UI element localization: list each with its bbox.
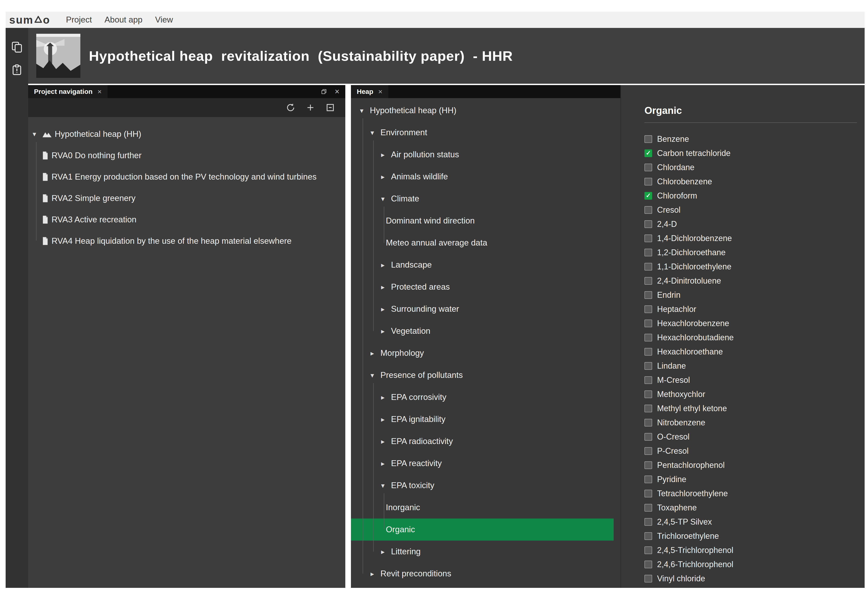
- tab-project-navigation[interactable]: Project navigation ×: [28, 85, 108, 98]
- heap-tree-item[interactable]: ▸EPA ignitability: [351, 408, 620, 430]
- checkbox-unchecked[interactable]: [645, 518, 652, 526]
- checkbox-checked[interactable]: ✓: [645, 192, 652, 200]
- checkbox-unchecked[interactable]: [645, 178, 652, 186]
- chemical-label: Chlordane: [657, 163, 694, 172]
- menu-project[interactable]: Project: [66, 15, 92, 25]
- checkbox-unchecked[interactable]: [645, 362, 652, 370]
- caret-right-icon[interactable]: ▸: [381, 173, 391, 180]
- heap-tree-item[interactable]: ▾Climate: [351, 188, 620, 210]
- caret-right-icon[interactable]: ▸: [371, 570, 381, 577]
- project-navigation-tabbar: Project navigation × ×: [28, 85, 345, 98]
- copy-icon[interactable]: [11, 41, 23, 54]
- checkbox-unchecked[interactable]: [645, 277, 652, 285]
- caret-right-icon[interactable]: ▸: [381, 261, 391, 268]
- heap-tree-item[interactable]: ▾Hypothetical heap (HH): [351, 99, 620, 122]
- heap-tree-item[interactable]: ▾Environment: [351, 122, 620, 144]
- checkbox-unchecked[interactable]: [645, 135, 652, 143]
- checkbox-unchecked[interactable]: [645, 419, 652, 426]
- checkbox-unchecked[interactable]: [645, 263, 652, 271]
- checkbox-unchecked[interactable]: [645, 433, 652, 441]
- checkbox-unchecked[interactable]: [645, 348, 652, 355]
- heap-tree-item[interactable]: ▸Morphology: [351, 342, 620, 364]
- heap-tree-item[interactable]: Inorganic: [351, 497, 620, 519]
- menu-about-app[interactable]: About app: [105, 15, 143, 25]
- chemical-label: Vinyl chloride: [657, 574, 705, 584]
- chemical-row: Benzene: [645, 132, 865, 146]
- caret-right-icon[interactable]: ▸: [371, 350, 381, 357]
- caret-right-icon[interactable]: ▸: [381, 438, 391, 445]
- heap-tree-item[interactable]: ▸Protected areas: [351, 276, 620, 298]
- checkbox-unchecked[interactable]: [645, 391, 652, 398]
- checkbox-unchecked[interactable]: [645, 575, 652, 582]
- caret-down-icon[interactable]: ▾: [371, 372, 381, 379]
- heap-tree-item[interactable]: ▸Animals wildlife: [351, 166, 620, 188]
- checkbox-unchecked[interactable]: [645, 504, 652, 511]
- heap-tree-item[interactable]: ▸EPA corrosivity: [351, 386, 620, 408]
- project-tree-item[interactable]: ▾Hypothetical heap (HH): [28, 123, 345, 145]
- checkbox-unchecked[interactable]: [645, 334, 652, 341]
- project-tree-item[interactable]: RVA2 Simple greenery: [28, 187, 345, 209]
- chemical-row: M-Cresol: [645, 373, 865, 387]
- checkbox-unchecked[interactable]: [645, 234, 652, 242]
- caret-down-icon[interactable]: ▾: [360, 107, 370, 114]
- caret-down-icon[interactable]: ▾: [381, 195, 391, 202]
- checkbox-unchecked[interactable]: [645, 547, 652, 554]
- heap-tree-item[interactable]: ▸Littering: [351, 541, 620, 563]
- project-tree-item[interactable]: RVA3 Active recreation: [28, 209, 345, 230]
- heap-tree-item[interactable]: ▸EPA radioactivity: [351, 430, 620, 452]
- heap-tree-item[interactable]: ▸EPA reactivity: [351, 452, 620, 475]
- checkbox-unchecked[interactable]: [645, 405, 652, 412]
- caret-right-icon[interactable]: ▸: [381, 306, 391, 312]
- collapse-all-icon[interactable]: [326, 103, 335, 112]
- caret-right-icon[interactable]: ▸: [381, 151, 391, 158]
- restore-icon[interactable]: [321, 88, 327, 95]
- checkbox-unchecked[interactable]: [645, 249, 652, 256]
- project-tree-item[interactable]: RVA0 Do nothing further: [28, 145, 345, 166]
- checkbox-unchecked[interactable]: [645, 490, 652, 497]
- heap-tree-item[interactable]: ▸Revit preconditions: [351, 563, 620, 585]
- heap-tree-item[interactable]: Dominant wind direction: [351, 210, 620, 232]
- heap-tree-item-selected[interactable]: Organic: [351, 519, 614, 541]
- heap-tree-item[interactable]: ▸Air pollution status: [351, 144, 620, 166]
- caret-right-icon[interactable]: ▸: [381, 394, 391, 401]
- close-icon[interactable]: ×: [97, 88, 102, 95]
- heap-tree-item[interactable]: ▸Landscape: [351, 254, 620, 276]
- checkbox-unchecked[interactable]: [645, 305, 652, 313]
- caret-right-icon[interactable]: ▸: [381, 548, 391, 555]
- checkbox-unchecked[interactable]: [645, 164, 652, 171]
- checkbox-unchecked[interactable]: [645, 291, 652, 299]
- report-icon[interactable]: [11, 64, 23, 77]
- project-tree-item[interactable]: RVA1 Energy production based on the PV t…: [28, 166, 345, 187]
- checkbox-checked[interactable]: ✓: [645, 149, 652, 157]
- checkbox-unchecked[interactable]: [645, 476, 652, 483]
- menu-view[interactable]: View: [155, 15, 173, 25]
- checkbox-unchecked[interactable]: [645, 206, 652, 214]
- caret-right-icon[interactable]: ▸: [381, 284, 391, 290]
- caret-right-icon[interactable]: ▸: [381, 460, 391, 467]
- caret-down-icon[interactable]: ▾: [32, 131, 43, 137]
- checkbox-unchecked[interactable]: [645, 461, 652, 469]
- caret-down-icon[interactable]: ▾: [371, 129, 381, 136]
- heap-tree-item[interactable]: ▾EPA toxicity: [351, 475, 620, 497]
- heap-tree-item[interactable]: ▾Presence of pollutants: [351, 364, 620, 386]
- checkbox-unchecked[interactable]: [645, 320, 652, 327]
- project-tree-item[interactable]: RVA4 Heap liquidation by the use of the …: [28, 230, 345, 252]
- add-icon[interactable]: [306, 103, 315, 112]
- heap-tree-item[interactable]: ▸Surrounding water: [351, 298, 620, 320]
- caret-right-icon[interactable]: ▸: [381, 416, 391, 423]
- close-icon[interactable]: ×: [378, 88, 382, 95]
- tab-heap[interactable]: Heap ×: [351, 85, 388, 98]
- checkbox-unchecked[interactable]: [645, 376, 652, 384]
- refresh-icon[interactable]: [286, 103, 295, 112]
- checkbox-unchecked[interactable]: [645, 220, 652, 228]
- heap-tree-item[interactable]: ▸Vegetation: [351, 320, 620, 342]
- close-icon[interactable]: ×: [335, 87, 340, 96]
- caret-right-icon[interactable]: ▸: [381, 328, 391, 335]
- checkbox-unchecked[interactable]: [645, 561, 652, 568]
- heap-tree-item[interactable]: Meteo annual average data: [351, 232, 620, 254]
- checkbox-unchecked[interactable]: [645, 447, 652, 455]
- caret-down-icon[interactable]: ▾: [381, 482, 391, 489]
- checkbox-unchecked[interactable]: [645, 532, 652, 540]
- tree-item-label: Dominant wind direction: [386, 216, 475, 225]
- heap-panel: Heap × ▾Hypothetical heap (HH)▾Environme…: [351, 85, 620, 588]
